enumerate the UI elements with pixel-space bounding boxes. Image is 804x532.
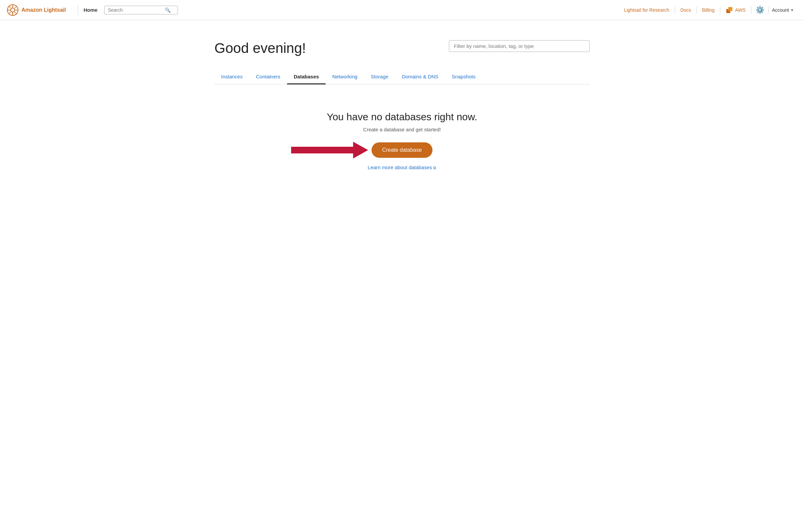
gear-icon: ⚙️ [755, 6, 764, 14]
tabs-row: Instances Containers Databases Networkin… [214, 70, 590, 84]
empty-title: You have no databases right now. [327, 111, 477, 122]
nav-link-research[interactable]: Lightsail for Research [618, 7, 674, 13]
logo[interactable]: Amazon Lightsail [7, 4, 66, 16]
svg-line-7 [14, 12, 17, 14]
svg-marker-12 [291, 142, 368, 158]
nav-divider-1 [78, 5, 78, 15]
red-arrow-indicator [291, 140, 368, 160]
search-icon: 🔍 [165, 7, 171, 13]
nav-link-billing[interactable]: Billing [697, 7, 720, 13]
svg-point-1 [11, 8, 15, 12]
create-database-button[interactable]: Create database [371, 142, 433, 158]
tab-domains-dns[interactable]: Domains & DNS [395, 70, 445, 84]
aws-link[interactable]: AWS [720, 6, 751, 14]
search-box[interactable]: 🔍 [104, 6, 178, 14]
greeting-heading: Good evening! [214, 40, 306, 56]
external-link-icon: ⧉ [433, 166, 436, 170]
filter-input[interactable] [454, 43, 585, 49]
logo-text: Amazon Lightsail [21, 7, 66, 13]
tab-databases[interactable]: Databases [287, 70, 326, 84]
tab-containers[interactable]: Containers [249, 70, 287, 84]
main-content: Good evening! Instances Containers Datab… [201, 20, 603, 204]
filter-box[interactable] [449, 40, 590, 52]
tab-snapshots[interactable]: Snapshots [445, 70, 482, 84]
tab-instances[interactable]: Instances [214, 70, 249, 84]
learn-more-databases-link[interactable]: Learn more about databases⧉ [368, 165, 437, 170]
nav-links: Lightsail for Research Docs Billing AWS … [618, 6, 797, 14]
arrow-svg [291, 140, 368, 160]
nav-link-docs[interactable]: Docs [675, 7, 696, 13]
empty-subtitle: Create a database and get started! [363, 127, 441, 132]
svg-line-6 [9, 6, 11, 8]
chevron-down-icon: ▼ [790, 8, 794, 12]
aws-label: AWS [735, 7, 745, 13]
lightsail-logo-icon [7, 4, 19, 16]
tab-storage[interactable]: Storage [364, 70, 395, 84]
search-input[interactable] [108, 7, 165, 13]
account-menu[interactable]: Account ▼ [769, 7, 797, 13]
greeting-row: Good evening! [214, 40, 590, 56]
settings-button[interactable]: ⚙️ [751, 6, 768, 14]
navbar: Amazon Lightsail Home 🔍 Lightsail for Re… [0, 0, 804, 20]
cta-row: Create database [371, 142, 433, 158]
svg-line-8 [14, 6, 17, 8]
svg-line-9 [9, 12, 11, 14]
empty-state: You have no databases right now. Create … [214, 104, 590, 190]
svg-rect-11 [728, 7, 732, 11]
nav-home-label: Home [83, 7, 97, 13]
account-label: Account [772, 7, 789, 13]
tab-networking[interactable]: Networking [326, 70, 364, 84]
aws-icon [726, 6, 733, 14]
